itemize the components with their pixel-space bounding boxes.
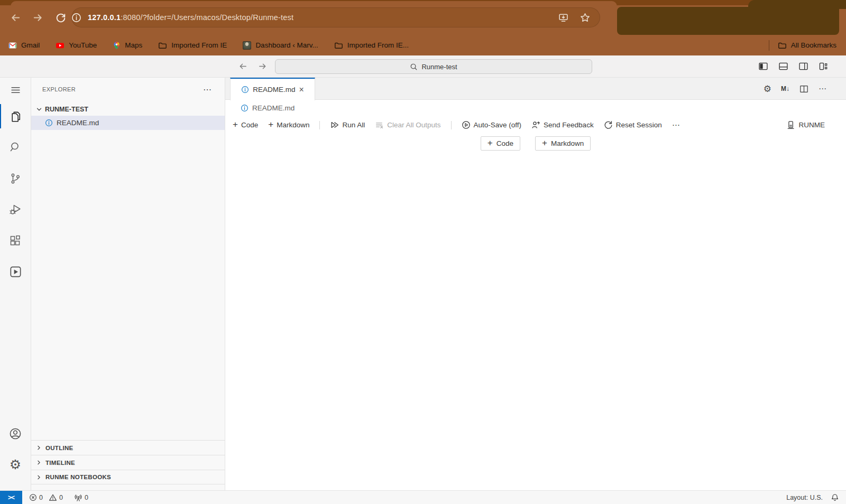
- tree-item-readme[interactable]: README.md: [31, 116, 225, 130]
- bookmark-folder-imported-ie-2[interactable]: Imported From IE...: [334, 41, 409, 50]
- all-bookmarks-label: All Bookmarks: [791, 41, 836, 49]
- notebook-toolbar: + Code + Markdown Run All Clear All Outp…: [225, 116, 846, 134]
- toolbar-more-actions[interactable]: ⋯: [672, 120, 681, 130]
- bookmark-star-icon[interactable]: [580, 12, 591, 23]
- breadcrumb[interactable]: README.md: [225, 100, 846, 116]
- editor-tabstrip: README.md × ⚙ M↓ ⋯: [225, 78, 846, 100]
- notebook-settings-gear-icon[interactable]: ⚙: [764, 85, 771, 94]
- bookmark-maps[interactable]: Maps: [113, 41, 142, 50]
- browser-active-tab[interactable]: [11, 1, 617, 6]
- ports-status[interactable]: 0: [74, 493, 88, 502]
- breadcrumb-label: README.md: [252, 104, 295, 112]
- split-editor-icon[interactable]: [799, 84, 809, 94]
- button-label: Code: [496, 139, 513, 147]
- error-icon: [29, 493, 37, 501]
- toolbar-divider: [319, 121, 320, 129]
- notifications-bell-icon[interactable]: [831, 493, 839, 502]
- activity-extensions[interactable]: [0, 229, 31, 253]
- feedback-person-icon: [531, 120, 540, 129]
- bookmark-youtube[interactable]: YouTube: [56, 41, 97, 50]
- menu-button[interactable]: [0, 78, 31, 102]
- maps-icon: [113, 41, 121, 50]
- accounts-button[interactable]: [0, 422, 31, 446]
- close-icon[interactable]: ×: [299, 86, 304, 94]
- activity-runme[interactable]: [0, 259, 31, 284]
- command-center-search[interactable]: Runme-test: [275, 59, 592, 74]
- section-runme-notebooks[interactable]: RUNME NOTEBOOKS: [31, 470, 225, 484]
- activity-source-control[interactable]: [0, 166, 31, 191]
- add-code-cell-button[interactable]: + Code: [233, 121, 258, 129]
- bookmark-label: Imported From IE...: [347, 41, 409, 49]
- bookmark-label: Maps: [125, 41, 142, 49]
- editor-area: README.md × ⚙ M↓ ⋯ README.md + Code + Ma…: [225, 78, 846, 490]
- tab-readme[interactable]: README.md ×: [230, 78, 315, 100]
- plus-icon: +: [268, 120, 273, 129]
- site-info-icon[interactable]: [71, 13, 81, 23]
- button-label: Send Feedback: [544, 121, 594, 129]
- problems-status[interactable]: 0 0: [29, 493, 63, 501]
- clear-all-outputs-button[interactable]: Clear All Outputs: [375, 120, 440, 129]
- reload-icon: [55, 12, 67, 23]
- address-bar[interactable]: 127.0.0.1:8080/?folder=/Users/macos/Desk…: [71, 7, 600, 27]
- search-icon: [9, 141, 22, 153]
- tree-root-runme-test[interactable]: RUNME-TEST: [31, 102, 225, 116]
- chevron-right-icon: [35, 459, 42, 466]
- error-count: 0: [39, 494, 43, 501]
- plus-icon: +: [542, 138, 547, 147]
- activity-search[interactable]: [0, 135, 31, 159]
- open-markdown-preview-icon[interactable]: M↓: [781, 85, 789, 92]
- keyboard-layout-status[interactable]: Layout: U.S.: [786, 494, 823, 501]
- url-text[interactable]: 127.0.0.1:8080/?folder=/Users/macos/Desk…: [88, 13, 293, 22]
- bookmark-label: YouTube: [69, 41, 97, 49]
- customize-layout-icon[interactable]: [818, 61, 829, 72]
- toggle-panel-icon[interactable]: [778, 61, 789, 72]
- install-app-icon[interactable]: [558, 12, 569, 23]
- bookmark-label: Imported From IE: [171, 41, 227, 49]
- browser-back-button[interactable]: [10, 12, 22, 24]
- browser-forward-button[interactable]: [32, 12, 44, 24]
- bookmarks-bar: Gmail YouTube Maps Imported From IE Dash…: [0, 35, 846, 55]
- explorer-more-actions[interactable]: ⋯: [203, 85, 212, 95]
- settings-button[interactable]: ⚙: [0, 452, 31, 477]
- section-timeline[interactable]: TIMELINE: [31, 455, 225, 470]
- gear-icon: ⚙: [10, 458, 21, 471]
- toggle-secondary-sidebar-icon[interactable]: [798, 61, 809, 72]
- bookmark-gmail[interactable]: Gmail: [8, 41, 40, 50]
- status-bar: >< 0 0 0 Layout: U.S.: [0, 490, 846, 504]
- chevron-right-icon: [35, 444, 42, 451]
- section-outline[interactable]: OUTLINE: [31, 440, 225, 455]
- auto-save-button[interactable]: Auto-Save (off): [462, 120, 522, 129]
- history-back-icon[interactable]: [238, 61, 248, 71]
- vscode-titlebar: Runme-test: [0, 55, 846, 78]
- url-path: :8080/?folder=/Users/macos/Desktop/Runme…: [121, 13, 293, 22]
- play-circle-icon: [462, 120, 471, 129]
- button-label: Clear All Outputs: [387, 121, 440, 129]
- button-label: Code: [241, 121, 258, 129]
- browser-reload-button[interactable]: [55, 12, 67, 23]
- warning-count: 0: [59, 494, 63, 501]
- button-label: Markdown: [277, 121, 309, 129]
- bookmark-dashboard[interactable]: Dashboard ‹ Marv...: [243, 41, 318, 50]
- chevron-right-icon: [35, 474, 42, 481]
- button-label: Reset Session: [616, 121, 662, 129]
- all-bookmarks-button[interactable]: All Bookmarks: [778, 41, 836, 50]
- kernel-picker-button[interactable]: RUNME: [786, 120, 825, 129]
- remote-indicator[interactable]: ><: [0, 491, 22, 504]
- toggle-primary-sidebar-icon[interactable]: [758, 61, 769, 72]
- plus-icon: +: [488, 138, 493, 147]
- history-forward-icon[interactable]: [258, 61, 268, 71]
- bookmark-folder-imported-ie[interactable]: Imported From IE: [158, 41, 227, 50]
- youtube-icon: [56, 41, 65, 50]
- run-all-button[interactable]: Run All: [330, 120, 365, 129]
- activity-explorer[interactable]: [0, 104, 31, 128]
- send-feedback-button[interactable]: Send Feedback: [531, 120, 594, 129]
- insert-markdown-cell-button[interactable]: + Markdown: [535, 136, 591, 151]
- activity-run-debug[interactable]: [0, 197, 31, 221]
- button-label: Auto-Save (off): [474, 121, 522, 129]
- insert-code-cell-button[interactable]: + Code: [481, 136, 520, 151]
- reset-session-button[interactable]: Reset Session: [604, 120, 662, 129]
- editor-more-actions[interactable]: ⋯: [819, 84, 827, 94]
- add-markdown-cell-button[interactable]: + Markdown: [268, 121, 309, 129]
- root-folder-label: RUNME-TEST: [45, 106, 88, 113]
- warning-icon: [49, 493, 57, 501]
